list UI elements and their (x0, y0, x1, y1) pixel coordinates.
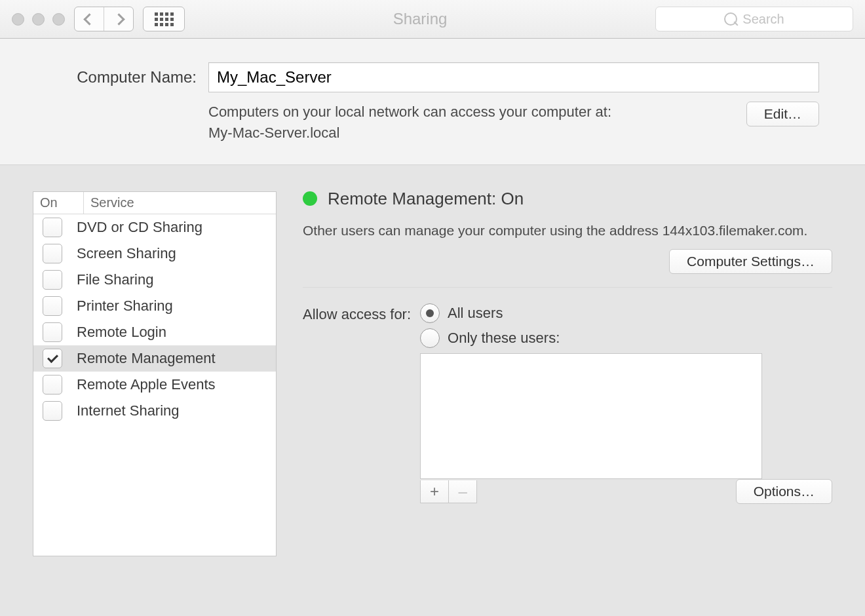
service-row[interactable]: Remote Apple Events (33, 372, 276, 398)
chevron-right-icon (113, 13, 125, 25)
search-placeholder: Search (742, 12, 784, 27)
user-list[interactable] (420, 353, 762, 479)
toolbar: Sharing Search (0, 0, 865, 39)
radio-icon (420, 303, 440, 323)
service-checkbox[interactable] (43, 322, 62, 342)
computer-settings-button[interactable]: Computer Settings… (669, 249, 832, 274)
chevron-left-icon (83, 13, 95, 25)
status-indicator-icon (303, 191, 317, 206)
service-table-header: On Service (33, 192, 276, 214)
service-checkbox[interactable] (43, 349, 62, 368)
radio-only-these-users[interactable]: Only these users: (420, 328, 832, 348)
nav-back-forward (74, 7, 134, 31)
service-row[interactable]: Remote Management (33, 345, 276, 372)
radio-all-users[interactable]: All users (420, 303, 832, 323)
add-user-button[interactable]: + (421, 480, 448, 503)
service-checkbox[interactable] (43, 375, 62, 395)
user-list-controls: + – (420, 480, 477, 503)
computer-name-field[interactable] (208, 62, 819, 92)
radio-all-users-label: All users (448, 305, 503, 322)
radio-only-users-label: Only these users: (448, 330, 560, 347)
close-window-button[interactable] (12, 13, 24, 26)
service-row[interactable]: Printer Sharing (33, 293, 276, 319)
main-content: On Service DVD or CD SharingScreen Shari… (0, 165, 865, 604)
options-button[interactable]: Options… (736, 479, 832, 504)
forward-button[interactable] (104, 7, 133, 31)
service-name: File Sharing (77, 271, 276, 288)
status-description: Other users can manage your computer usi… (303, 221, 832, 240)
service-detail: Remote Management: On Other users can ma… (303, 191, 832, 585)
service-row[interactable]: Internet Sharing (33, 398, 276, 424)
service-checkbox[interactable] (43, 270, 62, 290)
service-table: On Service DVD or CD SharingScreen Shari… (33, 191, 277, 556)
service-checkbox[interactable] (43, 218, 62, 237)
remove-user-button[interactable]: – (448, 480, 476, 503)
service-checkbox[interactable] (43, 401, 62, 421)
radio-icon (420, 328, 440, 348)
window-controls (12, 13, 65, 26)
computer-name-label: Computer Name: (46, 68, 197, 87)
show-all-button[interactable] (143, 7, 185, 31)
edit-hostname-button[interactable]: Edit… (746, 102, 819, 126)
minimize-window-button[interactable] (32, 13, 45, 26)
service-name: Remote Login (77, 324, 276, 341)
search-input[interactable]: Search (655, 7, 853, 31)
service-name: Printer Sharing (77, 298, 276, 315)
service-name: Remote Apple Events (77, 376, 276, 393)
search-icon (724, 12, 737, 26)
service-name: Remote Management (77, 350, 276, 367)
back-button[interactable] (75, 7, 104, 31)
grid-icon (155, 12, 174, 26)
service-name: DVD or CD Sharing (77, 219, 276, 236)
service-name: Screen Sharing (77, 245, 276, 262)
service-row[interactable]: Remote Login (33, 319, 276, 345)
status-title: Remote Management: On (328, 189, 524, 209)
service-checkbox[interactable] (43, 296, 62, 316)
service-row[interactable]: Screen Sharing (33, 241, 276, 267)
column-on: On (33, 192, 84, 214)
service-row[interactable]: DVD or CD Sharing (33, 214, 276, 241)
divider (303, 287, 832, 288)
computer-name-section: Computer Name: Computers on your local n… (0, 39, 865, 165)
column-service: Service (84, 192, 276, 214)
window-title: Sharing (194, 10, 646, 28)
service-row[interactable]: File Sharing (33, 267, 276, 293)
access-label: Allow access for: (303, 303, 411, 504)
computer-name-hint: Computers on your local network can acce… (208, 102, 746, 144)
service-name: Internet Sharing (77, 402, 276, 419)
service-checkbox[interactable] (43, 244, 62, 263)
zoom-window-button[interactable] (52, 13, 65, 26)
